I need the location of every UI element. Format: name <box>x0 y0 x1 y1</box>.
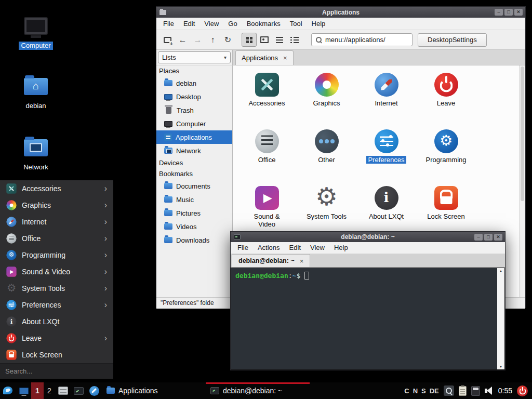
prompt-dollar: $ <box>296 272 300 280</box>
tray-applet-icon[interactable] <box>471 386 480 396</box>
sidebar-item-documents[interactable]: Documents <box>156 179 232 193</box>
menu-item-preferences[interactable]: Preferences› <box>0 297 113 313</box>
submenu-arrow-icon: › <box>104 268 107 276</box>
menu-tool[interactable]: Tool <box>285 18 307 30</box>
tab-close-icon[interactable]: × <box>300 257 304 265</box>
menu-item-internet[interactable]: Internet› <box>0 214 113 230</box>
compact-view-button[interactable] <box>272 33 287 47</box>
sidebar-item-desktop[interactable]: Desktop <box>156 90 232 103</box>
menu-bookmarks[interactable]: Bookmarks <box>242 18 285 30</box>
app-category-accessories[interactable]: Accessories <box>240 73 295 129</box>
desktop-icon-debian[interactable]: debian <box>11 73 61 110</box>
app-category-graphics[interactable]: Graphics <box>299 73 354 129</box>
scroll-up-icon[interactable]: ▲ <box>499 269 503 273</box>
quicklaunch-file-manager[interactable] <box>55 382 71 399</box>
app-category-leave[interactable]: Leave <box>419 73 474 129</box>
detailed-view-button[interactable] <box>287 33 302 47</box>
menu-item-accessories[interactable]: Accessories› <box>0 180 113 197</box>
lock-icon <box>434 186 458 210</box>
menu-edit[interactable]: Edit <box>285 242 305 254</box>
thumbnail-view-button[interactable] <box>257 33 272 47</box>
app-category-other[interactable]: Other <box>299 129 354 186</box>
menu-item-office[interactable]: Office› <box>0 230 113 247</box>
sidebar-item-downloads[interactable]: Downloads <box>156 233 232 247</box>
menu-item-leave[interactable]: Leave› <box>0 330 113 347</box>
folder-icon <box>164 237 172 243</box>
menu-item-system-tools[interactable]: System Tools› <box>0 280 113 297</box>
tab-applications[interactable]: Applications × <box>235 50 294 65</box>
back-button[interactable]: ← <box>175 33 190 47</box>
app-category-internet[interactable]: Internet <box>359 73 414 129</box>
menu-file[interactable]: File <box>233 242 253 254</box>
forward-button[interactable]: → <box>190 33 205 47</box>
menu-item-graphics[interactable]: Graphics› <box>0 197 113 214</box>
vertical-scrollbar[interactable] <box>519 65 525 297</box>
menu-item-programming[interactable]: Programming› <box>0 247 113 263</box>
terminal-tab-strip: debian@debian: ~ × <box>231 254 505 268</box>
show-desktop-button[interactable] <box>17 382 31 399</box>
search-input[interactable] <box>5 367 108 375</box>
app-category-preferences[interactable]: Preferences <box>359 129 414 186</box>
maximize-button[interactable]: □ <box>504 9 513 16</box>
menu-view[interactable]: View <box>200 18 223 30</box>
sidebar-item-debian[interactable]: debian <box>156 76 232 90</box>
task-button-terminal[interactable]: debian@debian: ~ <box>206 382 310 399</box>
editor-icon <box>89 386 99 396</box>
menu-help[interactable]: Help <box>307 18 330 30</box>
icon-view-button[interactable] <box>242 33 257 47</box>
scroll-down-icon[interactable]: ▼ <box>499 365 503 368</box>
address-bar[interactable]: menu://applications/ <box>311 33 413 46</box>
new-tab-button[interactable] <box>160 33 175 47</box>
menu-item-lock-screen[interactable]: Lock Screen <box>0 347 113 363</box>
address-text: menu://applications/ <box>325 36 385 44</box>
refresh-button[interactable]: ↻ <box>220 33 235 47</box>
up-button[interactable]: ↑ <box>205 33 220 47</box>
clock[interactable]: 0:55 <box>498 387 512 395</box>
clipboard-tray-icon[interactable] <box>459 386 467 396</box>
minimize-button[interactable]: – <box>474 234 483 241</box>
file-manager-titlebar[interactable]: Applications – □ ✕ <box>156 7 525 18</box>
lock-icon <box>6 350 17 360</box>
sidebar-item-pictures[interactable]: Pictures <box>156 206 232 220</box>
menu-item-about-lxqt[interactable]: About LXQt <box>0 313 113 330</box>
quicklaunch-terminal[interactable] <box>71 382 86 399</box>
start-menu-button[interactable] <box>0 382 17 399</box>
app-category-programming[interactable]: Programming <box>419 129 474 186</box>
terminal-scrollbar[interactable]: ▲ ▼ <box>497 268 504 369</box>
sidebar-item-applications[interactable]: Applications <box>156 130 232 144</box>
desktop-settings-button[interactable]: DesktopSettings <box>418 33 487 47</box>
task-button-applications[interactable]: Applications <box>102 382 206 399</box>
menu-edit[interactable]: Edit <box>179 18 200 30</box>
terminal-tab[interactable]: debian@debian: ~ × <box>232 254 310 267</box>
sidebar-item-network[interactable]: Network <box>156 144 232 157</box>
menu-help[interactable]: Help <box>329 242 353 254</box>
sidebar-item-trash[interactable]: Trash <box>156 103 232 117</box>
terminal-console[interactable]: debian@debian:~$ <box>231 268 497 369</box>
app-category-office[interactable]: Office <box>240 129 295 186</box>
desktop-icon-computer[interactable]: Computer <box>11 12 61 50</box>
sidebar-mode-dropdown[interactable]: Lists ▾ <box>158 51 231 63</box>
sidebar-item-music[interactable]: Music <box>156 193 232 206</box>
sidebar-item-videos[interactable]: Videos <box>156 220 232 233</box>
menu-go[interactable]: Go <box>223 18 242 30</box>
quicklaunch-editor[interactable] <box>86 382 102 399</box>
keyboard-layout-indicator[interactable]: DE <box>430 387 439 395</box>
menu-view[interactable]: View <box>305 242 329 254</box>
power-button[interactable] <box>517 385 528 396</box>
menu-actions[interactable]: Actions <box>253 242 285 254</box>
menu-item-sound-video[interactable]: Sound & Video› <box>0 263 113 280</box>
close-button[interactable]: ✕ <box>494 234 502 241</box>
tab-close-icon[interactable]: × <box>283 54 287 62</box>
maximize-button[interactable]: □ <box>484 234 493 241</box>
workspace-1-button[interactable]: 1 <box>31 382 44 399</box>
sidebar-header-bookmarks: Bookmarks <box>156 168 232 179</box>
terminal-titlebar[interactable]: debian@debian: ~ – □ ✕ <box>231 232 505 242</box>
workspace-2-button[interactable]: 2 <box>44 382 55 399</box>
close-button[interactable]: ✕ <box>514 9 523 16</box>
desktop-icon-network[interactable]: Network <box>11 134 61 171</box>
minimize-button[interactable]: – <box>495 9 503 16</box>
sidebar-item-computer[interactable]: Computer <box>156 117 232 130</box>
magnifier-tray-icon[interactable] <box>444 385 454 396</box>
menu-file[interactable]: File <box>158 18 179 30</box>
volume-icon[interactable] <box>485 387 494 395</box>
